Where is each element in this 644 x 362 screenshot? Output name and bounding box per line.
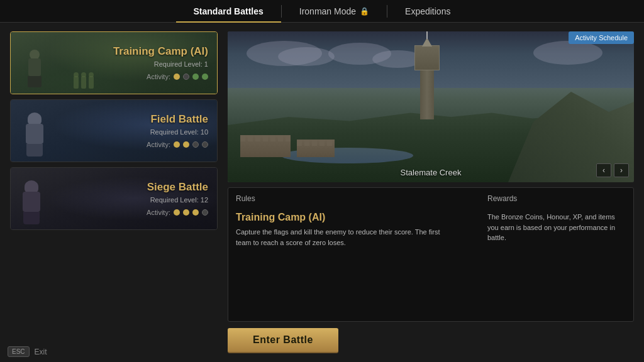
activity-dot-1-1 <box>183 141 189 148</box>
activity-dot-0-1 <box>183 74 189 80</box>
activity-dot-1-0 <box>174 141 180 148</box>
info-description: Capture the flags and kill the enemy to … <box>236 227 450 248</box>
esc-key[interactable]: ESC <box>8 346 30 357</box>
enter-battle-container: Enter Battle <box>228 328 634 353</box>
activity-dot-1-3 <box>202 141 208 148</box>
rewards-column: Rewards <box>487 194 626 207</box>
tower-platform <box>414 45 440 70</box>
map-watchtower <box>408 44 446 119</box>
rules-header: Rules <box>236 194 487 203</box>
cloud-5 <box>533 41 602 65</box>
exit-label: Exit <box>35 348 47 356</box>
activity-label-1: Activity: <box>147 141 170 148</box>
tower-roof <box>422 38 432 47</box>
rules-column: Rules <box>236 194 487 207</box>
wall-battlements-1 <box>240 135 291 141</box>
archer-body <box>28 58 41 76</box>
map-next-arrow[interactable]: › <box>614 163 629 177</box>
enter-battle-button[interactable]: Enter Battle <box>228 328 338 353</box>
siege-helmet <box>25 180 38 193</box>
activity-dot-2-2 <box>192 209 199 216</box>
activity-dot-0-2 <box>192 74 199 80</box>
activity-label-2: Activity: <box>147 209 170 216</box>
info-section: Rules Rewards Training Camp (AI) Capture… <box>228 187 634 322</box>
top-navigation: Standard Battles Ironman Mode 🔒 Expediti… <box>0 0 644 23</box>
knight-helmet <box>28 112 42 125</box>
tower-base <box>420 69 434 119</box>
tower-flag-pole <box>426 31 428 39</box>
wall-2 <box>297 140 335 157</box>
troop-1 <box>74 76 79 89</box>
tab-expeditions[interactable]: Expeditions <box>387 0 468 23</box>
battle-card-siege-battle[interactable]: Siege Battle Required Level: 12 Activity… <box>10 167 218 230</box>
map-preview: Stalemate Creek ‹ › <box>228 31 634 182</box>
activity-label-0: Activity: <box>147 73 170 80</box>
map-fortress-walls <box>240 119 353 157</box>
training-troops <box>74 76 94 89</box>
siege-battle-info: Siege Battle Required Level: 12 Activity… <box>147 168 217 229</box>
tab-ironman-mode-label: Ironman Mode <box>299 6 356 16</box>
rewards-body: The Bronze Coins, Honour, XP, and items … <box>487 212 626 248</box>
info-body: Training Camp (AI) Capture the flags and… <box>236 212 626 248</box>
training-camp-info: Training Camp (AI) Required Level: 1 Act… <box>113 32 217 94</box>
archer-legs <box>28 76 42 87</box>
right-panel: Activity Schedule <box>228 31 634 353</box>
card-figure-siege <box>11 168 92 229</box>
activity-dot-2-0 <box>174 209 180 216</box>
siege-battle-level: Required Level: 12 <box>147 196 208 204</box>
field-battle-level: Required Level: 10 <box>147 128 208 136</box>
activity-dot-2-3 <box>202 209 208 216</box>
tab-standard-battles[interactable]: Standard Battles <box>176 0 281 23</box>
info-headers: Rules Rewards <box>236 194 626 207</box>
siege-knight-figure <box>17 180 45 224</box>
tab-standard-battles-label: Standard Battles <box>194 6 264 16</box>
activity-dot-1-2 <box>192 141 199 148</box>
battle-card-field-battle[interactable]: Field Battle Required Level: 10 Activity… <box>10 99 218 162</box>
training-camp-activity: Activity: <box>113 73 208 80</box>
knight-legs <box>26 144 43 156</box>
card-figure-field <box>11 100 92 162</box>
wall-battlements-2 <box>297 140 335 146</box>
map-name: Stalemate Creek <box>401 168 462 177</box>
field-battle-activity: Activity: <box>147 141 208 148</box>
siege-legs <box>23 212 40 224</box>
map-navigation: ‹ › <box>596 163 629 177</box>
activity-dot-2-1 <box>183 209 189 216</box>
tab-ironman-mode[interactable]: Ironman Mode 🔒 <box>282 0 387 23</box>
field-battle-title: Field Battle <box>147 113 208 126</box>
wall-1 <box>240 135 291 157</box>
info-battle-name: Training Camp (AI) <box>236 212 487 223</box>
troop-2 <box>81 76 86 89</box>
battle-card-training-camp[interactable]: Training Camp (AI) Required Level: 1 Act… <box>10 31 218 94</box>
activity-dot-0-3 <box>202 74 208 80</box>
rewards-header: Rewards <box>487 194 626 203</box>
cloud-2 <box>278 47 335 66</box>
main-content: Training Camp (AI) Required Level: 1 Act… <box>0 23 644 362</box>
field-battle-info: Field Battle Required Level: 10 Activity… <box>147 100 217 162</box>
tab-expeditions-label: Expeditions <box>405 6 450 16</box>
knight-armor <box>26 124 43 144</box>
rewards-text: The Bronze Coins, Honour, XP, and items … <box>487 212 626 243</box>
rules-body: Training Camp (AI) Capture the flags and… <box>236 212 487 248</box>
siege-battle-title: Siege Battle <box>147 181 208 194</box>
training-camp-level: Required Level: 1 <box>113 60 208 68</box>
esc-area: ESC Exit <box>8 346 47 357</box>
training-camp-title: Training Camp (AI) <box>113 45 208 58</box>
activity-schedule-button[interactable]: Activity Schedule <box>569 31 634 44</box>
knight-figure <box>20 112 48 156</box>
troop-3 <box>89 76 94 89</box>
archer-figure <box>23 50 45 87</box>
siege-armor <box>23 192 40 212</box>
map-prev-arrow[interactable]: ‹ <box>596 163 611 177</box>
siege-battle-activity: Activity: <box>147 209 208 216</box>
battle-list: Training Camp (AI) Required Level: 1 Act… <box>10 31 218 353</box>
activity-dot-0-0 <box>174 74 180 80</box>
card-figure-training <box>11 32 92 94</box>
nav-tabs: Standard Battles Ironman Mode 🔒 Expediti… <box>176 0 469 23</box>
lock-icon: 🔒 <box>360 7 369 16</box>
